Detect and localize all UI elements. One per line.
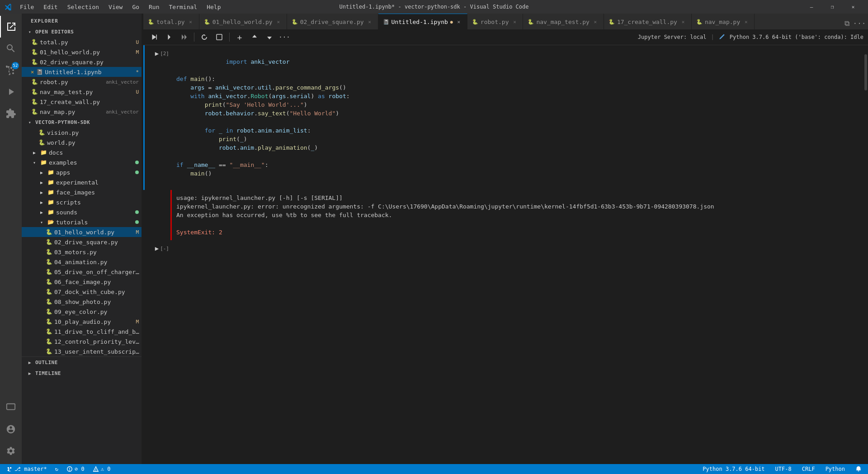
open-editor-nav-map-test[interactable]: 🐍 nav_map_test.py U xyxy=(22,87,142,97)
jupyter-server-label[interactable]: Jupyter Server: local xyxy=(638,34,707,40)
folder-docs[interactable]: ▶ 📁 docs xyxy=(22,147,142,157)
eol-item[interactable]: CRLF xyxy=(800,466,817,472)
file-05-drive-charger[interactable]: 🐍 05_drive_on_off_charger.py xyxy=(22,267,142,277)
folder-sounds[interactable]: ▶ 📁 sounds xyxy=(22,207,142,217)
tab-close-btn[interactable]: ✕ xyxy=(679,18,687,25)
move-down-button[interactable] xyxy=(263,31,276,43)
tab-close-btn[interactable]: ✕ xyxy=(511,18,518,25)
open-editor-drive-square[interactable]: 🐍 02_drive_square.py xyxy=(22,57,142,67)
maximize-button[interactable]: ❐ xyxy=(822,0,843,14)
errors-item[interactable]: ⊘ 0 xyxy=(65,466,86,472)
close-button[interactable]: ✕ xyxy=(843,0,863,14)
open-editor-hello-world-py[interactable]: 🐍 01_hello_world.py M xyxy=(22,47,142,57)
file-06-face-image[interactable]: 🐍 06_face_image.py xyxy=(22,277,142,287)
folder-face-images[interactable]: ▶ 📁 face_images xyxy=(22,187,142,197)
kernel-label[interactable]: Python 3.7.6 64-bit ('base': conda): Idl… xyxy=(730,34,863,40)
file-07-dock-cube[interactable]: 🐍 07_dock_with_cube.py xyxy=(22,287,142,297)
menu-go[interactable]: Go xyxy=(128,3,143,11)
folder-apps[interactable]: ▶ 📁 apps xyxy=(22,167,142,177)
tab-close-btn[interactable]: ✕ xyxy=(592,18,599,25)
restart-button[interactable] xyxy=(198,31,211,43)
menu-selection[interactable]: Selection xyxy=(64,3,103,11)
file-11-drive-cliff[interactable]: 🐍 11_drive_to_cliff_and_back... xyxy=(22,327,142,337)
accounts-icon[interactable] xyxy=(0,418,22,440)
file-13-user-intent[interactable]: 🐍 13_user_intent_subscriptio... xyxy=(22,346,142,356)
tab-nav-map-test[interactable]: 🐍 nav_map_test.py ✕ xyxy=(523,14,604,29)
file-10-play-audio[interactable]: 🐍 10_play_audio.py M xyxy=(22,317,142,327)
notebook-content[interactable]: ▶ [2] import anki_vector def main(): arg… xyxy=(143,45,862,464)
tab-hello-world[interactable]: 🐍 01_hello_world.py ✕ xyxy=(199,14,287,29)
tab-drive-square[interactable]: 🐍 02_drive_square.py ✕ xyxy=(287,14,378,29)
editor-scrollbar-thumb[interactable] xyxy=(864,54,867,90)
sync-item[interactable]: ↻ xyxy=(53,466,60,472)
run-all-button[interactable] xyxy=(148,31,160,43)
folder-experimental[interactable]: ▶ 📁 experimental xyxy=(22,177,142,187)
tab-close-btn[interactable]: ✕ xyxy=(742,18,750,25)
vector-sdk-section[interactable]: ▾ Vector-Python-SDK xyxy=(22,117,142,128)
split-editor-btn[interactable]: ⧉ xyxy=(840,17,853,29)
file-03-motors[interactable]: 🐍 03_motors.py xyxy=(22,247,142,257)
cell-2-run-btn[interactable]: ▶ xyxy=(155,243,159,252)
clear-output-button[interactable] xyxy=(213,31,226,43)
open-editor-total-py[interactable]: 🐍 total.py U xyxy=(22,37,142,47)
file-01-hello-world[interactable]: 🐍 01_hello_world.py M xyxy=(22,227,142,237)
tab-close-btn[interactable]: ✕ xyxy=(275,18,282,25)
sidebar-content[interactable]: ▾ Open Editors 🐍 total.py U 🐍 01_hello_w… xyxy=(22,26,142,464)
file-vision-py[interactable]: 🐍 vision.py xyxy=(22,128,142,137)
python-version-item[interactable]: Python 3.7.6 64-bit xyxy=(701,466,766,472)
menu-file[interactable]: File xyxy=(16,3,38,11)
open-editor-notebook[interactable]: ✕ 📓 Untitled-1.ipynb * xyxy=(22,67,142,77)
cell-1-run-btn[interactable]: ▶ xyxy=(155,48,159,57)
outline-section[interactable]: ▶ Outline xyxy=(22,357,142,368)
open-editor-nav-map[interactable]: 🐍 nav_map.py anki_vector xyxy=(22,107,142,117)
search-activity-icon[interactable] xyxy=(0,38,22,59)
cell-1-code[interactable]: import anki_vector def main(): args = an… xyxy=(176,49,862,186)
file-08-show-photo[interactable]: 🐍 08_show_photo.py xyxy=(22,297,142,307)
folder-examples[interactable]: ▾ 📁 examples xyxy=(22,157,142,167)
file-world-py[interactable]: 🐍 world.py xyxy=(22,137,142,147)
file-12-control-priority[interactable]: 🐍 12_control_priority_level.py xyxy=(22,337,142,346)
close-icon[interactable]: ✕ xyxy=(31,69,34,75)
extensions-activity-icon[interactable] xyxy=(0,103,22,124)
remote-icon[interactable] xyxy=(0,397,22,418)
source-control-activity-icon[interactable]: 52 xyxy=(0,59,22,81)
notifications-item[interactable] xyxy=(854,466,863,472)
menu-run[interactable]: Run xyxy=(145,3,163,11)
timeline-section[interactable]: ▶ Timeline xyxy=(22,368,142,379)
tab-close-btn[interactable]: ✕ xyxy=(187,18,194,25)
tab-create-wall[interactable]: 🐍 17_create_wall.py ✕ xyxy=(604,14,692,29)
language-item[interactable]: Python xyxy=(824,466,847,472)
open-editor-robot-py[interactable]: 🐍 robot.py anki_vector xyxy=(22,77,142,87)
file-02-drive-square[interactable]: 🐍 02_drive_square.py xyxy=(22,237,142,247)
open-editor-create-wall[interactable]: 🐍 17_create_wall.py xyxy=(22,97,142,107)
menu-terminal[interactable]: Terminal xyxy=(165,3,201,11)
menu-help[interactable]: Help xyxy=(203,3,224,11)
file-04-animation[interactable]: 🐍 04_animation.py xyxy=(22,257,142,267)
folder-tutorials[interactable]: ▾ 📂 tutorials xyxy=(22,217,142,227)
add-code-button[interactable]: + xyxy=(233,31,246,43)
tab-robot-py[interactable]: 🐍 robot.py ✕ xyxy=(467,14,524,29)
editor-scrollbar[interactable] xyxy=(862,45,868,464)
settings-icon[interactable] xyxy=(0,440,22,462)
run-above-button[interactable] xyxy=(178,31,190,43)
more-actions-button[interactable]: ··· xyxy=(278,31,291,43)
folder-scripts[interactable]: ▶ 📁 scripts xyxy=(22,197,142,207)
cell-2-code[interactable] xyxy=(176,244,862,262)
encoding-item[interactable]: UTF-8 xyxy=(774,466,793,472)
explorer-activity-icon[interactable] xyxy=(0,16,22,38)
more-tabs-btn[interactable]: ··· xyxy=(853,17,866,29)
run-debug-activity-icon[interactable] xyxy=(0,81,22,103)
tab-notebook[interactable]: 📓 Untitled-1.ipynb ● ✕ xyxy=(378,14,467,29)
cell-2-body[interactable] xyxy=(172,240,862,265)
tab-total-py[interactable]: 🐍 total.py ✕ xyxy=(143,14,199,29)
interrupt-button[interactable] xyxy=(163,31,175,43)
warnings-item[interactable]: ⚠ 0 xyxy=(91,466,113,472)
minimize-button[interactable]: — xyxy=(801,0,822,14)
tab-close-btn[interactable]: ✕ xyxy=(366,18,373,25)
menu-view[interactable]: View xyxy=(105,3,126,11)
file-09-eye-color[interactable]: 🐍 09_eye_color.py xyxy=(22,307,142,317)
move-up-button[interactable] xyxy=(248,31,261,43)
menu-edit[interactable]: Edit xyxy=(40,3,61,11)
git-branch-item[interactable]: ⎇ master* xyxy=(5,466,49,472)
tab-close-btn[interactable]: ✕ xyxy=(455,18,462,25)
